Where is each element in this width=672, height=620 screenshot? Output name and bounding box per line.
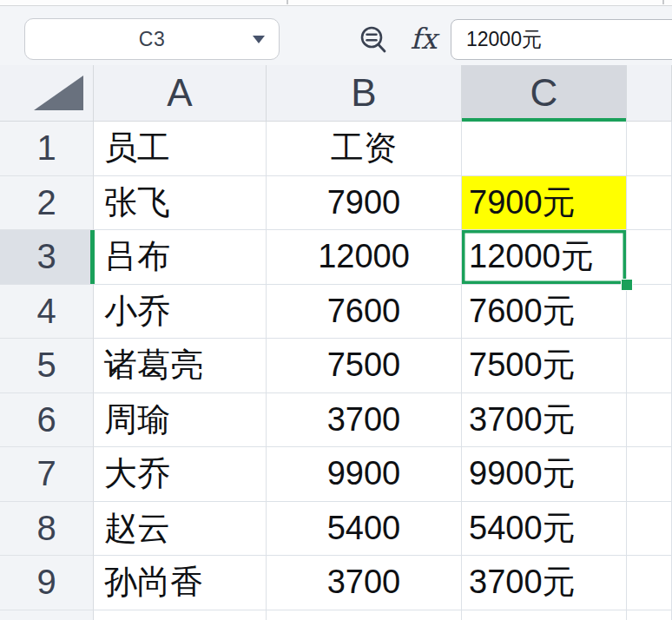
cell-B7[interactable]: 9900: [267, 447, 462, 502]
chevron-down-icon[interactable]: [253, 36, 265, 43]
search-formula-icon[interactable]: [358, 24, 391, 57]
column-header-b[interactable]: B: [267, 65, 462, 122]
cell-A6[interactable]: 周瑜: [94, 393, 267, 448]
cell-A5[interactable]: 诸葛亮: [94, 339, 267, 393]
cell-B4[interactable]: 7600: [267, 285, 462, 340]
column-header-d[interactable]: [627, 65, 672, 122]
select-all-icon: [34, 76, 83, 110]
column-header-row: A B C: [0, 65, 672, 122]
cell-D7[interactable]: [627, 447, 672, 502]
cell-B5[interactable]: 7500: [267, 339, 462, 393]
cell-A8[interactable]: 赵云: [94, 502, 267, 557]
row-header-5[interactable]: 5: [0, 339, 94, 393]
sheet-row-1: 1 员工 工资: [0, 122, 672, 176]
select-all-corner[interactable]: [0, 65, 94, 122]
row-header-7[interactable]: 7: [0, 447, 94, 502]
spreadsheet-app: C3 fx 12000元 A B C 1 员工 工资: [0, 0, 672, 620]
toolbar-divider: [287, 0, 288, 4]
cell-A4[interactable]: 小乔: [94, 285, 267, 340]
formula-input[interactable]: 12000元: [451, 19, 672, 60]
cell-D5[interactable]: [627, 339, 672, 393]
sheet-row-7: 7 大乔 9900 9900元: [0, 447, 672, 502]
sheet-row-8: 8 赵云 5400 5400元: [0, 502, 672, 557]
column-header-a[interactable]: A: [94, 65, 267, 122]
cell-B3[interactable]: 12000: [267, 230, 462, 285]
sheet-row-10-partial: [0, 610, 672, 620]
cell-A3[interactable]: 吕布: [94, 230, 267, 285]
toolbar-bottom-edge: [0, 0, 672, 6]
cell-C10[interactable]: [462, 610, 627, 620]
cell-D3[interactable]: [627, 230, 672, 285]
cell-B2[interactable]: 7900: [267, 176, 462, 231]
name-box-value: C3: [139, 28, 165, 51]
column-header-c[interactable]: C: [462, 65, 627, 122]
cell-A1[interactable]: 员工: [94, 122, 267, 176]
cell-D6[interactable]: [627, 393, 672, 448]
row-header-10[interactable]: [0, 610, 94, 620]
cell-A10[interactable]: [94, 610, 267, 620]
formula-input-value: 12000元: [466, 26, 542, 53]
cell-A7[interactable]: 大乔: [94, 447, 267, 502]
sheet-row-6: 6 周瑜 3700 3700元: [0, 393, 672, 448]
sheet-row-4: 4 小乔 7600 7600元: [0, 285, 672, 340]
cell-B8[interactable]: 5400: [267, 502, 462, 557]
row-header-6[interactable]: 6: [0, 393, 94, 448]
cell-B6[interactable]: 3700: [267, 393, 462, 448]
cell-C9[interactable]: 3700元: [462, 556, 627, 610]
name-box[interactable]: C3: [24, 18, 280, 60]
cell-D9[interactable]: [627, 556, 672, 610]
sheet-row-9: 9 孙尚香 3700 3700元: [0, 556, 672, 610]
toolbar-divider: [662, 0, 664, 4]
cell-C7[interactable]: 9900元: [462, 447, 627, 502]
cell-C3-value: 12000元: [469, 234, 594, 279]
cell-C5[interactable]: 7500元: [462, 339, 627, 393]
row-header-8[interactable]: 8: [0, 502, 94, 557]
cell-A9[interactable]: 孙尚香: [94, 556, 267, 610]
cell-D4[interactable]: [627, 285, 672, 340]
row-header-4[interactable]: 4: [0, 285, 94, 340]
formula-bar: C3 fx 12000元: [0, 7, 672, 65]
cell-B10[interactable]: [267, 610, 462, 620]
cell-A2[interactable]: 张飞: [94, 176, 267, 231]
sheet-row-5: 5 诸葛亮 7500 7500元: [0, 339, 672, 393]
cell-D1[interactable]: [627, 122, 672, 176]
fill-handle[interactable]: [621, 279, 633, 291]
cell-B9[interactable]: 3700: [267, 556, 462, 610]
row-header-1[interactable]: 1: [0, 122, 94, 176]
cell-C4[interactable]: 7600元: [462, 285, 627, 340]
row-header-9[interactable]: 9: [0, 556, 94, 610]
cell-D10[interactable]: [627, 610, 672, 620]
row-header-3[interactable]: 3: [0, 230, 94, 285]
cell-C1[interactable]: [462, 122, 627, 176]
insert-function-icon[interactable]: fx: [403, 22, 445, 58]
cell-C3-selected[interactable]: 12000元: [462, 230, 627, 285]
row-header-2[interactable]: 2: [0, 176, 94, 231]
cell-C6[interactable]: 3700元: [462, 393, 627, 448]
cell-C8[interactable]: 5400元: [462, 502, 627, 557]
sheet-row-2: 2 张飞 7900 7900元: [0, 176, 672, 231]
cell-B1[interactable]: 工资: [267, 122, 462, 176]
cell-D8[interactable]: [627, 502, 672, 557]
sheet-row-3: 3 吕布 12000 12000元: [0, 230, 672, 285]
sheet-grid: 1 员工 工资 2 张飞 7900 7900元 3 吕布 12000 12000…: [0, 122, 672, 620]
cell-D2[interactable]: [627, 176, 672, 231]
cell-C2[interactable]: 7900元: [462, 176, 627, 231]
